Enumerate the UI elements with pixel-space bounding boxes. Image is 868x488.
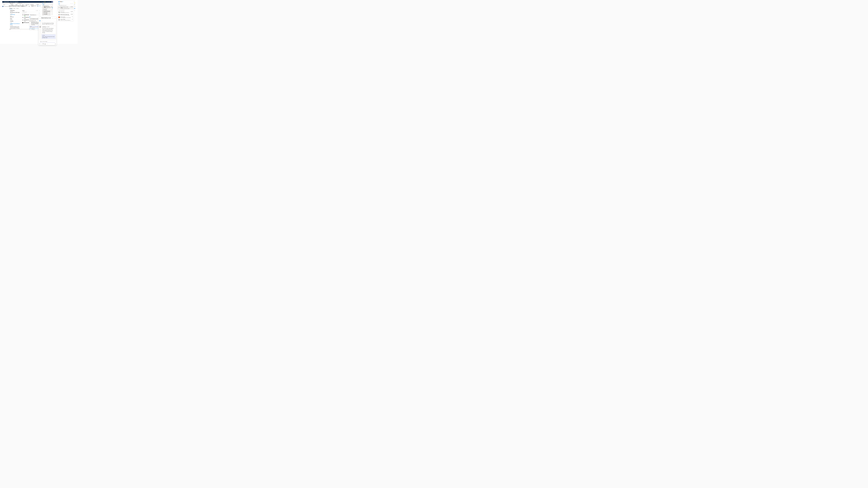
tab-add-button[interactable]: ＋ [24,3,25,4]
timeline-search[interactable]: ⌕ Search timeline [22,11,39,13]
attachment-icon[interactable]: 📎 [39,13,40,13]
expand-icon[interactable]: |→ [74,1,75,2]
list-icon[interactable]: ☰ [74,4,75,5]
minimize-icon[interactable]: — [54,18,54,19]
chat-item[interactable]: Theresa WebbWhere are we with the Fabrik… [58,19,73,21]
more-icon[interactable]: ⋯ [42,20,42,21]
chat-item[interactable]: ASH Q3 Sales Opportunity6:49 AMBart: Jus… [42,11,53,12]
message-input[interactable]: Type a new message [39,40,56,43]
timeline-note-input[interactable]: Enter a note...📎 [22,13,39,14]
teams-rail-icon[interactable]: ▮▮ [74,8,75,9]
chat-item[interactable]: ASH Q3 Sales OpportunityBart: Just made … [58,13,73,16]
people-count[interactable]: 👥⁺4 [39,20,41,21]
tab-my-cases[interactable]: Cases My Active C… [17,3,24,4]
timeline-sort-icon[interactable]: ↕ [38,10,38,11]
timeline-filter-icon[interactable]: ▽ [37,10,37,11]
save-button[interactable]: 🖫Save [22,4,25,5]
origin-label: Origin [29,6,30,7]
people-count[interactable]: 👥⁺4 [29,17,31,18]
tab-details[interactable]: Details [13,8,16,9]
emoji-icon[interactable]: ☺ [31,29,31,30]
close-icon[interactable]: ✕ [55,18,56,19]
tab-related[interactable]: Related [16,8,19,9]
more-icon[interactable]: ⋯ [46,43,48,44]
teams-rail-icon[interactable]: 👥 [52,7,53,8]
book-icon[interactable]: 📖 [74,6,75,7]
emoji-icon[interactable]: ☺ [41,43,42,44]
send-icon[interactable]: ➤ [55,43,56,44]
info-icon[interactable]: ⓘ [45,3,46,4]
resolve-button[interactable]: 📄Resolve Case [35,4,40,5]
chat-tab[interactable]: Chat [58,3,60,4]
overflow-button[interactable]: ⋮ [40,4,41,5]
gif-icon[interactable]: GIF [42,43,44,44]
section-linked[interactable]: Chats linked to this casei [58,4,73,6]
tab-my-cases-label: Cases My Active C… [18,3,23,4]
help-icon[interactable]: ? [50,1,51,2]
tab-case[interactable]: Mineral Build Up in Water Sup… [9,3,17,4]
settings-icon[interactable]: ⚙ [49,1,50,2]
app-launcher-icon[interactable]: ⊞ [2,1,4,2]
gif-icon[interactable]: GIF [32,29,33,30]
edit-icon[interactable]: ✎ [37,14,38,15]
record-header: Mineral Build Up in Water Supply Case CA… [9,6,41,7]
chevron-down-icon[interactable]: ⌄ [39,16,39,16]
session-chip[interactable]: MB Mineral Build Up in W… [2,6,9,7]
more-icon[interactable]: ⋯ [31,17,32,18]
sticker-icon[interactable]: ▣ [45,43,45,44]
share-icon[interactable]: ∞ [52,9,53,9]
priority-value[interactable]: Normal [10,19,20,20]
format-icon[interactable]: A [29,29,30,30]
chat-item[interactable]: Devon LaneYou: Sounds great, thank you K… [58,11,73,13]
search-icon[interactable]: ⌕ [41,1,43,2]
add-icon[interactable]: ＋ [45,1,47,2]
chat-item[interactable]: Bessie Cooper2/1You: Thanks! Have a nice… [42,12,53,14]
close-icon[interactable]: ✕ [39,14,39,15]
lightbulb-icon[interactable]: 💡 [44,1,45,2]
filter-icon[interactable]: ▽ [71,3,71,4]
chat-item[interactable]: Theresa Webb2/1Where are we with the Fab… [42,14,53,15]
product-link[interactable]: ⊕ Café Duo Commercial Espresso Machine [10,23,20,25]
filter-icon[interactable]: ▽ [51,4,51,5]
chat-item-linked[interactable]: ∞ Mineral build up in water supplyYou: O… [58,6,73,9]
info-icon[interactable]: i [64,10,65,10]
convert-button[interactable]: ☑Convert to Work Order [30,4,35,5]
timeline-add-icon[interactable]: ＋ [36,10,36,11]
user-avatar[interactable] [52,1,53,3]
agent-script-icon[interactable]: ☰ [52,4,53,5]
edit-icon[interactable]: ✎ [52,18,53,19]
new-button[interactable]: ＋New [19,4,22,5]
link-icon[interactable]: ∞ [74,10,75,11]
info-icon[interactable]: i [63,1,63,2]
header-expand-icon[interactable]: ⌄ [41,7,41,8]
timeline-more-icon[interactable]: ⋮ [39,10,40,11]
sticker-icon[interactable]: ▣ [33,29,34,30]
compose-icon[interactable]: ✎ [72,3,73,4]
format-icon[interactable]: A [39,43,40,44]
chat-item[interactable]: Devon Lane9:45 AMYou: Sounds great, than… [42,9,53,11]
home-nav[interactable]: ⌂ Home [2,4,9,5]
save-route-button[interactable]: ↗Save & Route [14,4,19,5]
knowledge-icon[interactable]: 📖 [52,6,53,7]
hamburger-icon[interactable]: ≡ [2,3,4,4]
teams-mini-title: Teams [43,3,45,4]
task-icon[interactable]: ◔ [43,1,44,2]
filter-icon[interactable]: ▽ [47,1,49,2]
status-value[interactable]: In Progress [10,21,20,22]
subject-value[interactable]: Maintenance [10,17,20,18]
lightbulb-icon[interactable]: 💡 [74,3,75,3]
info-icon[interactable]: i [66,5,66,6]
minimize-icon[interactable]: — [38,14,39,15]
save-close-button[interactable]: 🖫Save & Close [10,4,14,5]
chat-item-linked[interactable]: ∞Mineral build up in water supply2:30 PM… [42,6,53,8]
chat-tab[interactable]: Chat [42,4,44,5]
customer-link[interactable]: 🏢 Fourth Coffee [10,14,20,15]
tab-summary[interactable]: Summary [9,8,12,9]
case-title-value[interactable]: Mineral Build Up in Water Supply [10,12,20,13]
more-icon[interactable]: ⋯ [35,29,35,30]
create-child-button[interactable]: ⇲Create Child Case [25,4,30,5]
section-recent[interactable]: Your recent chatsi [58,9,73,11]
chat-item[interactable]: BCBessie CooperYou: Thanks! Have a nice … [58,16,73,19]
back-button[interactable]: ← [9,4,10,5]
expand-icon[interactable]: ⤡ [52,3,53,4]
